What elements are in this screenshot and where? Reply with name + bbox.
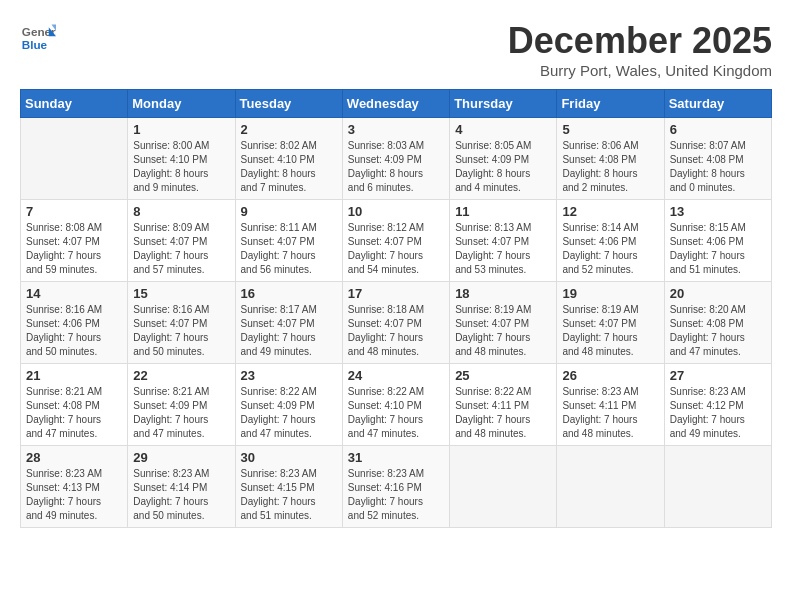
calendar-week-3: 14Sunrise: 8:16 AMSunset: 4:06 PMDayligh…	[21, 282, 772, 364]
day-info: Sunrise: 8:11 AMSunset: 4:07 PMDaylight:…	[241, 221, 337, 277]
day-number: 21	[26, 368, 122, 383]
month-title: December 2025	[508, 20, 772, 62]
calendar-cell: 1Sunrise: 8:00 AMSunset: 4:10 PMDaylight…	[128, 118, 235, 200]
day-number: 20	[670, 286, 766, 301]
day-info: Sunrise: 8:15 AMSunset: 4:06 PMDaylight:…	[670, 221, 766, 277]
day-number: 12	[562, 204, 658, 219]
calendar-week-5: 28Sunrise: 8:23 AMSunset: 4:13 PMDayligh…	[21, 446, 772, 528]
calendar-cell: 2Sunrise: 8:02 AMSunset: 4:10 PMDaylight…	[235, 118, 342, 200]
day-header-saturday: Saturday	[664, 90, 771, 118]
day-info: Sunrise: 8:09 AMSunset: 4:07 PMDaylight:…	[133, 221, 229, 277]
day-number: 26	[562, 368, 658, 383]
calendar-cell: 3Sunrise: 8:03 AMSunset: 4:09 PMDaylight…	[342, 118, 449, 200]
day-header-sunday: Sunday	[21, 90, 128, 118]
day-header-monday: Monday	[128, 90, 235, 118]
day-number: 22	[133, 368, 229, 383]
calendar-cell: 8Sunrise: 8:09 AMSunset: 4:07 PMDaylight…	[128, 200, 235, 282]
day-info: Sunrise: 8:23 AMSunset: 4:12 PMDaylight:…	[670, 385, 766, 441]
svg-text:Blue: Blue	[22, 38, 48, 51]
day-info: Sunrise: 8:16 AMSunset: 4:06 PMDaylight:…	[26, 303, 122, 359]
day-number: 4	[455, 122, 551, 137]
calendar-cell: 4Sunrise: 8:05 AMSunset: 4:09 PMDaylight…	[450, 118, 557, 200]
calendar-cell: 6Sunrise: 8:07 AMSunset: 4:08 PMDaylight…	[664, 118, 771, 200]
day-info: Sunrise: 8:16 AMSunset: 4:07 PMDaylight:…	[133, 303, 229, 359]
day-number: 13	[670, 204, 766, 219]
day-info: Sunrise: 8:03 AMSunset: 4:09 PMDaylight:…	[348, 139, 444, 195]
calendar-cell: 24Sunrise: 8:22 AMSunset: 4:10 PMDayligh…	[342, 364, 449, 446]
day-number: 14	[26, 286, 122, 301]
calendar-cell: 23Sunrise: 8:22 AMSunset: 4:09 PMDayligh…	[235, 364, 342, 446]
calendar: SundayMondayTuesdayWednesdayThursdayFrid…	[20, 89, 772, 528]
calendar-cell: 5Sunrise: 8:06 AMSunset: 4:08 PMDaylight…	[557, 118, 664, 200]
day-info: Sunrise: 8:00 AMSunset: 4:10 PMDaylight:…	[133, 139, 229, 195]
day-number: 6	[670, 122, 766, 137]
logo-icon: General Blue	[20, 20, 56, 56]
title-area: December 2025 Burry Port, Wales, United …	[508, 20, 772, 79]
day-info: Sunrise: 8:02 AMSunset: 4:10 PMDaylight:…	[241, 139, 337, 195]
calendar-cell: 12Sunrise: 8:14 AMSunset: 4:06 PMDayligh…	[557, 200, 664, 282]
calendar-cell: 25Sunrise: 8:22 AMSunset: 4:11 PMDayligh…	[450, 364, 557, 446]
day-info: Sunrise: 8:19 AMSunset: 4:07 PMDaylight:…	[455, 303, 551, 359]
day-number: 18	[455, 286, 551, 301]
day-info: Sunrise: 8:21 AMSunset: 4:08 PMDaylight:…	[26, 385, 122, 441]
calendar-cell: 18Sunrise: 8:19 AMSunset: 4:07 PMDayligh…	[450, 282, 557, 364]
day-number: 7	[26, 204, 122, 219]
calendar-cell: 16Sunrise: 8:17 AMSunset: 4:07 PMDayligh…	[235, 282, 342, 364]
day-info: Sunrise: 8:17 AMSunset: 4:07 PMDaylight:…	[241, 303, 337, 359]
day-info: Sunrise: 8:07 AMSunset: 4:08 PMDaylight:…	[670, 139, 766, 195]
day-info: Sunrise: 8:12 AMSunset: 4:07 PMDaylight:…	[348, 221, 444, 277]
calendar-cell	[450, 446, 557, 528]
day-info: Sunrise: 8:18 AMSunset: 4:07 PMDaylight:…	[348, 303, 444, 359]
calendar-cell	[664, 446, 771, 528]
calendar-cell: 9Sunrise: 8:11 AMSunset: 4:07 PMDaylight…	[235, 200, 342, 282]
calendar-cell: 7Sunrise: 8:08 AMSunset: 4:07 PMDaylight…	[21, 200, 128, 282]
calendar-cell: 13Sunrise: 8:15 AMSunset: 4:06 PMDayligh…	[664, 200, 771, 282]
day-info: Sunrise: 8:19 AMSunset: 4:07 PMDaylight:…	[562, 303, 658, 359]
day-number: 5	[562, 122, 658, 137]
day-info: Sunrise: 8:13 AMSunset: 4:07 PMDaylight:…	[455, 221, 551, 277]
calendar-cell: 22Sunrise: 8:21 AMSunset: 4:09 PMDayligh…	[128, 364, 235, 446]
calendar-body: 1Sunrise: 8:00 AMSunset: 4:10 PMDaylight…	[21, 118, 772, 528]
day-info: Sunrise: 8:23 AMSunset: 4:11 PMDaylight:…	[562, 385, 658, 441]
calendar-cell: 17Sunrise: 8:18 AMSunset: 4:07 PMDayligh…	[342, 282, 449, 364]
calendar-cell: 28Sunrise: 8:23 AMSunset: 4:13 PMDayligh…	[21, 446, 128, 528]
header: General Blue December 2025 Burry Port, W…	[20, 20, 772, 79]
day-header-wednesday: Wednesday	[342, 90, 449, 118]
day-number: 24	[348, 368, 444, 383]
day-info: Sunrise: 8:06 AMSunset: 4:08 PMDaylight:…	[562, 139, 658, 195]
calendar-cell: 19Sunrise: 8:19 AMSunset: 4:07 PMDayligh…	[557, 282, 664, 364]
day-info: Sunrise: 8:23 AMSunset: 4:14 PMDaylight:…	[133, 467, 229, 523]
day-number: 28	[26, 450, 122, 465]
day-info: Sunrise: 8:23 AMSunset: 4:15 PMDaylight:…	[241, 467, 337, 523]
day-info: Sunrise: 8:14 AMSunset: 4:06 PMDaylight:…	[562, 221, 658, 277]
day-number: 11	[455, 204, 551, 219]
day-number: 27	[670, 368, 766, 383]
calendar-cell: 26Sunrise: 8:23 AMSunset: 4:11 PMDayligh…	[557, 364, 664, 446]
day-info: Sunrise: 8:08 AMSunset: 4:07 PMDaylight:…	[26, 221, 122, 277]
day-info: Sunrise: 8:23 AMSunset: 4:13 PMDaylight:…	[26, 467, 122, 523]
calendar-cell	[21, 118, 128, 200]
day-info: Sunrise: 8:21 AMSunset: 4:09 PMDaylight:…	[133, 385, 229, 441]
calendar-week-4: 21Sunrise: 8:21 AMSunset: 4:08 PMDayligh…	[21, 364, 772, 446]
calendar-cell: 27Sunrise: 8:23 AMSunset: 4:12 PMDayligh…	[664, 364, 771, 446]
logo: General Blue	[20, 20, 60, 56]
day-number: 9	[241, 204, 337, 219]
calendar-cell	[557, 446, 664, 528]
day-number: 17	[348, 286, 444, 301]
day-number: 2	[241, 122, 337, 137]
calendar-cell: 29Sunrise: 8:23 AMSunset: 4:14 PMDayligh…	[128, 446, 235, 528]
day-number: 15	[133, 286, 229, 301]
day-header-friday: Friday	[557, 90, 664, 118]
day-header-thursday: Thursday	[450, 90, 557, 118]
day-number: 10	[348, 204, 444, 219]
day-number: 16	[241, 286, 337, 301]
day-number: 19	[562, 286, 658, 301]
calendar-cell: 15Sunrise: 8:16 AMSunset: 4:07 PMDayligh…	[128, 282, 235, 364]
day-number: 30	[241, 450, 337, 465]
day-number: 3	[348, 122, 444, 137]
day-info: Sunrise: 8:22 AMSunset: 4:11 PMDaylight:…	[455, 385, 551, 441]
day-info: Sunrise: 8:20 AMSunset: 4:08 PMDaylight:…	[670, 303, 766, 359]
day-info: Sunrise: 8:23 AMSunset: 4:16 PMDaylight:…	[348, 467, 444, 523]
day-number: 29	[133, 450, 229, 465]
day-number: 23	[241, 368, 337, 383]
